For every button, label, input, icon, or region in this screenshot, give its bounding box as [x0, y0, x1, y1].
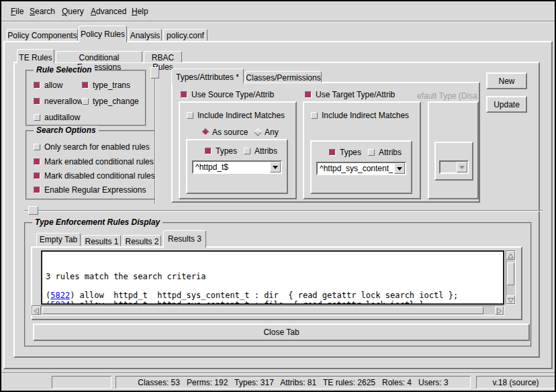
- apol-main-window: File Search Query Advanced Help Policy C…: [0, 0, 556, 392]
- checkbox-row-mark-disabled: Mark disabled conditional rules: [34, 171, 155, 181]
- checkbox-row-auditallow: auditallow: [34, 113, 80, 122]
- close-tab-button[interactable]: Close Tab: [33, 324, 530, 341]
- source-attribs-checkbox[interactable]: [244, 148, 250, 154]
- tab-classes-permissions[interactable]: Classes/Permissions: [245, 71, 322, 83]
- menu-search[interactable]: Search: [30, 7, 55, 16]
- menu-help[interactable]: Help: [132, 7, 148, 16]
- auditallow-checkbox[interactable]: [34, 114, 40, 121]
- checkbox-row-target-indirect: Include Indirect Matches: [311, 111, 409, 120]
- scroll-right-button[interactable]: [495, 306, 504, 315]
- te-rules-lines: 3 rules match the search criteria (5822)…: [46, 272, 500, 305]
- tab-te-rules[interactable]: TE Rules: [17, 49, 54, 63]
- rule-id-link[interactable]: 5824: [50, 300, 70, 305]
- source-attribs-label: Attribs: [254, 146, 277, 156]
- results-vscrollbar[interactable]: [506, 250, 516, 305]
- enabled-only-label: Only search for enabled rules: [44, 142, 150, 152]
- target-types-box: Types Attribs ^httpd_sys_content_t$: [310, 140, 412, 194]
- tab-results-2[interactable]: Results 2: [123, 235, 161, 246]
- vertical-sash-grip[interactable]: [150, 67, 159, 79]
- regex-checkbox[interactable]: [34, 187, 40, 193]
- menu-query[interactable]: Query: [62, 7, 84, 16]
- rule-id-link[interactable]: 5822: [50, 291, 70, 300]
- neverallow-checkbox[interactable]: [34, 98, 40, 105]
- default-combo-arrow-button: [457, 162, 467, 173]
- source-types-checkbox[interactable]: [205, 148, 212, 154]
- target-attribs-checkbox[interactable]: [368, 149, 375, 156]
- allow-label: allow: [44, 81, 62, 90]
- horizontal-sash[interactable]: [24, 210, 543, 211]
- te-rules-display-title: Type Enforcement Rules Display: [32, 217, 163, 227]
- chevron-down-icon: [273, 166, 278, 172]
- target-type-combo-value: ^httpd_sys_content_t$: [320, 164, 393, 173]
- scroll-up-button[interactable]: [506, 251, 515, 260]
- tab-empty-tab[interactable]: Empty Tab: [36, 233, 81, 246]
- tab-policy-components[interactable]: Policy Components: [7, 29, 78, 41]
- target-indirect-checkbox[interactable]: [311, 112, 318, 119]
- new-button[interactable]: New: [486, 72, 527, 89]
- source-indirect-checkbox[interactable]: [187, 112, 193, 119]
- default-type-group: [428, 101, 479, 199]
- use-target-checkbox[interactable]: [305, 91, 312, 98]
- statusbar-empty-box: [52, 376, 111, 389]
- type-change-checkbox[interactable]: [82, 98, 89, 105]
- checkbox-row-neverallow: neverallow: [34, 97, 83, 106]
- target-type-combo[interactable]: ^httpd_sys_content_t$: [316, 162, 406, 175]
- tab-policy-conf[interactable]: policy.conf: [163, 29, 207, 41]
- menu-advanced[interactable]: Advanced: [91, 7, 126, 16]
- as-source-label: As source: [212, 128, 248, 137]
- default-type-box: [434, 142, 473, 181]
- tab-policy-rules[interactable]: Policy Rules: [79, 26, 127, 42]
- hscroll-thumb[interactable]: [42, 307, 483, 314]
- source-type-combo-value: ^httpd_t$: [195, 162, 269, 172]
- rule-selection-group: Rule Selection allow type_trans neverall…: [26, 70, 146, 126]
- any-radio[interactable]: [254, 128, 261, 136]
- tab-results-3[interactable]: Results 3: [163, 230, 206, 248]
- update-button[interactable]: Update: [486, 96, 527, 113]
- use-target-label: Use Target Type/Attrib: [316, 90, 395, 99]
- neverallow-label: neverallow: [44, 97, 83, 106]
- vertical-sash[interactable]: [154, 66, 156, 204]
- source-types-box: Types Attribs ^httpd_t$: [186, 139, 288, 194]
- horizontal-sash-grip[interactable]: [28, 206, 38, 215]
- source-group: Include Indirect Matches As source Any T…: [179, 101, 297, 199]
- statusbar-divider: [1, 373, 555, 374]
- tab-rbac-rules[interactable]: RBAC Rules: [144, 51, 182, 62]
- target-combo-arrow-button[interactable]: [394, 163, 405, 174]
- scroll-down-button[interactable]: [506, 295, 515, 304]
- type-trans-checkbox[interactable]: [82, 82, 89, 89]
- menu-file[interactable]: File: [11, 7, 24, 16]
- source-combo-arrow-button[interactable]: [270, 162, 281, 173]
- tab-analysis[interactable]: Analysis: [128, 29, 162, 41]
- default-type-combo: [439, 160, 469, 174]
- as-source-radio[interactable]: [201, 128, 209, 136]
- scroll-left-button[interactable]: [32, 306, 41, 315]
- te-rule-line: (5824) allow httpd_t httpd_sys_content_t…: [46, 300, 500, 305]
- regex-label: Enable Regular Expressions: [44, 185, 146, 195]
- tab-conditional-expressions[interactable]: Conditional Expressions: [56, 51, 142, 62]
- menu-bar: File Search Query Advanced Help: [3, 1, 553, 21]
- scroll-left-icon: [33, 307, 40, 315]
- mark-disabled-checkbox[interactable]: [34, 173, 40, 179]
- radio-row-as-source: As source: [203, 128, 248, 137]
- checkbox-row-enabled-only: Only search for enabled rules: [34, 142, 150, 152]
- checkbox-row-target-attribs: Attribs: [368, 148, 402, 157]
- scroll-up-icon: [507, 252, 514, 260]
- target-types-checkbox[interactable]: [329, 149, 336, 156]
- checkbox-row-type-trans: type_trans: [82, 81, 130, 90]
- search-options-title: Search Options: [34, 126, 99, 135]
- mark-enabled-checkbox[interactable]: [34, 158, 40, 165]
- enabled-only-checkbox[interactable]: [34, 144, 40, 150]
- allow-checkbox[interactable]: [34, 82, 40, 89]
- use-source-label: Use Source Type/Attrib: [191, 90, 274, 99]
- source-type-combo[interactable]: ^httpd_t$: [192, 160, 282, 174]
- mark-disabled-label: Mark disabled conditional rules: [44, 171, 155, 181]
- rule-selection-title: Rule Selection: [34, 65, 95, 75]
- statusbar-counts: Classes: 53 Perms: 192 Types: 317 Attrib…: [115, 376, 471, 389]
- te-rules-text[interactable]: 3 rules match the search criteria (5822)…: [41, 250, 504, 305]
- use-source-checkbox[interactable]: [181, 91, 187, 98]
- tab-results-1[interactable]: Results 1: [83, 235, 121, 246]
- target-types-label: Types: [340, 148, 361, 157]
- vscroll-thumb[interactable]: [507, 262, 514, 285]
- tab-types-attributes[interactable]: Types/Attributes *: [171, 68, 244, 83]
- results-hscrollbar[interactable]: [32, 305, 504, 315]
